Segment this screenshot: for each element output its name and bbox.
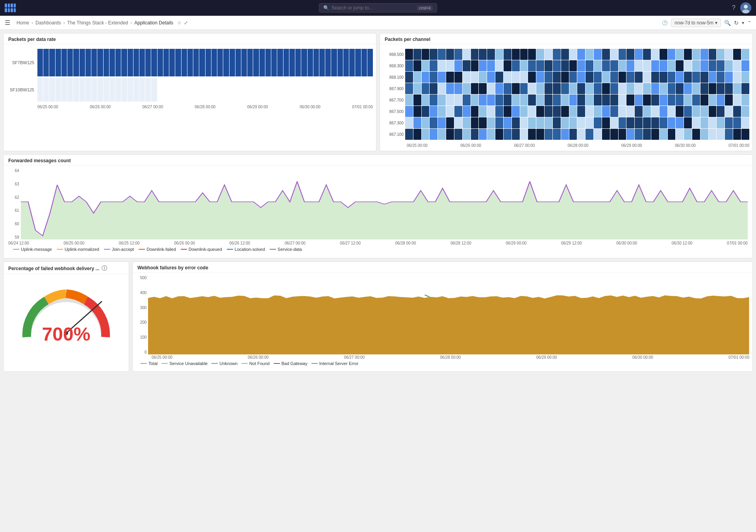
heatmap-cell bbox=[520, 72, 528, 83]
breadcrumb-dashboards[interactable]: Dashboards bbox=[35, 20, 61, 26]
x-label: 06/27 00:00 bbox=[514, 143, 535, 148]
heatmap-cell bbox=[619, 49, 626, 60]
heatmap-cell bbox=[512, 49, 520, 60]
time-range-value: now-7d to now-5m bbox=[674, 20, 713, 26]
share-icon[interactable]: ⤢ bbox=[184, 20, 188, 26]
heatmap-cell bbox=[446, 83, 454, 94]
heatmap-cell bbox=[536, 117, 544, 128]
forwarded-messages-title: Forwarded messages count bbox=[4, 155, 752, 165]
heatmap-cell bbox=[438, 49, 446, 60]
x-label: 06/30 00:00 bbox=[616, 241, 637, 245]
heatmap-cell bbox=[602, 49, 610, 60]
heatmap-cell bbox=[545, 72, 552, 83]
x-label: 06/27 00:00 bbox=[285, 241, 306, 245]
heatmap-cell bbox=[545, 129, 552, 140]
breadcrumb-tts-extended[interactable]: The Things Stack - Extended bbox=[67, 20, 128, 26]
collapse-icon[interactable]: ⌃ bbox=[747, 20, 751, 26]
heatmap-cell bbox=[594, 95, 602, 106]
x-label: 06/28 00:00 bbox=[440, 355, 461, 360]
heatmap-cell bbox=[717, 72, 724, 83]
heatmap-cell bbox=[454, 117, 462, 128]
x-label: 07/01 00:00 bbox=[352, 105, 373, 109]
y-label: 500 bbox=[136, 276, 146, 280]
heatmap-cell bbox=[520, 49, 528, 60]
y-label: 62 bbox=[8, 195, 19, 200]
x-label: 06/27 00:00 bbox=[142, 105, 163, 109]
heatmap-cell bbox=[700, 72, 708, 83]
heatmap-cell bbox=[676, 72, 684, 83]
zoom-out-icon[interactable]: 🔍 bbox=[724, 20, 731, 26]
heatmap-cell bbox=[725, 83, 733, 94]
heatmap-cell bbox=[626, 129, 634, 140]
x-label: 07/01 00:00 bbox=[727, 241, 748, 245]
breadcrumb-app-details: Application Details bbox=[134, 20, 173, 26]
heatmap-cell bbox=[586, 60, 593, 71]
heatmap-cell bbox=[495, 117, 503, 128]
breadcrumb-home-link[interactable]: Home bbox=[17, 20, 29, 26]
heatmap-cell bbox=[602, 83, 610, 94]
help-icon[interactable]: ? bbox=[732, 4, 736, 11]
heatmap-cell bbox=[684, 117, 692, 128]
logo[interactable] bbox=[5, 4, 16, 12]
heatmap-cell bbox=[430, 49, 437, 60]
heatmap-cell bbox=[422, 72, 430, 83]
hamburger-menu[interactable]: ☰ bbox=[5, 19, 10, 26]
heatmap-cell bbox=[536, 106, 544, 117]
heatmap-cell bbox=[610, 95, 618, 106]
y-label: 400 bbox=[136, 291, 146, 295]
webhook-failures-body: 5004003002001000 06/25 00:0006/26 00:000… bbox=[133, 272, 752, 371]
search-input[interactable] bbox=[332, 5, 415, 11]
star-icon[interactable]: ☆ bbox=[177, 20, 182, 26]
legend-label: Not Found bbox=[249, 361, 269, 366]
x-label: 06/27 00:00 bbox=[344, 355, 365, 360]
heatmap-cell bbox=[586, 83, 593, 94]
heatmap-cell bbox=[463, 129, 471, 140]
heatmap-cell bbox=[413, 106, 421, 117]
info-icon[interactable]: ⓘ bbox=[102, 265, 107, 272]
legend-item: Location-solved bbox=[227, 247, 265, 252]
refresh-icon[interactable]: ↻ bbox=[734, 20, 739, 26]
heatmap-cell bbox=[684, 72, 692, 83]
heatmap-cell bbox=[487, 117, 495, 128]
heatmap-cell bbox=[446, 95, 454, 106]
heatmap-cell bbox=[405, 72, 413, 83]
time-range-picker[interactable]: now-7d to now-5m ▾ bbox=[671, 19, 721, 27]
heatmap-cell bbox=[741, 95, 749, 106]
heatmap-cells bbox=[405, 117, 749, 128]
heatmap-cell bbox=[586, 95, 593, 106]
heatmap-cells bbox=[405, 129, 749, 140]
gauge-title-row: Percentage of failed webhook delivery ..… bbox=[8, 265, 124, 272]
heatmap-cell bbox=[709, 83, 717, 94]
x-label: 06/26 00:00 bbox=[248, 355, 269, 360]
heatmap-cell bbox=[438, 72, 446, 83]
heatmap-cell bbox=[709, 72, 717, 83]
heatmap-cell bbox=[684, 129, 692, 140]
legend-color bbox=[270, 249, 276, 250]
heatmap-cell bbox=[545, 83, 552, 94]
heatmap-cell bbox=[651, 95, 659, 106]
heatmap-cell bbox=[471, 117, 479, 128]
heatmap-cell bbox=[479, 72, 487, 83]
legend-item: Uplink-normalized bbox=[57, 247, 99, 252]
legend-color bbox=[13, 249, 19, 250]
heatmap-cell bbox=[569, 83, 577, 94]
heatmap-cell bbox=[422, 83, 430, 94]
heatmap-cell bbox=[430, 83, 437, 94]
heatmap-cell bbox=[463, 117, 471, 128]
y-axis-forwarded: 646362616059 bbox=[8, 169, 21, 239]
heatmap-cell bbox=[733, 60, 741, 71]
y-label: 64 bbox=[8, 169, 19, 173]
breadcrumb: Packets per data rate Home › Dashboards … bbox=[17, 20, 188, 26]
heatmap-cell bbox=[651, 72, 659, 83]
legend-label: Internal Server Error bbox=[319, 361, 359, 366]
search-bar[interactable]: 🔍 cmd+k bbox=[319, 3, 437, 13]
avatar[interactable] bbox=[740, 2, 751, 13]
legend-item: Downlink-failed bbox=[139, 247, 176, 252]
heatmap-cell bbox=[561, 117, 569, 128]
heatmap-cell bbox=[692, 60, 700, 71]
legend-color bbox=[104, 249, 110, 250]
refresh-dropdown-icon[interactable]: ▾ bbox=[742, 20, 744, 26]
heatmap-cell bbox=[725, 129, 733, 140]
heatmap-freq-label: 867.100 bbox=[383, 132, 404, 137]
heatmap-cell bbox=[676, 49, 684, 60]
